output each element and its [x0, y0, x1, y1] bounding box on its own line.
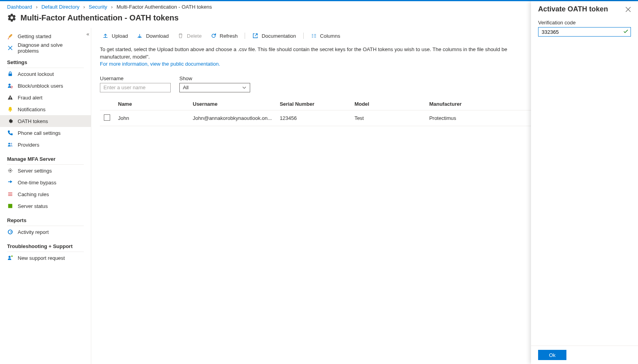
- sidebar-item-label: Getting started: [18, 33, 51, 39]
- toolbar-label: Columns: [320, 33, 340, 39]
- phone-icon: [7, 130, 13, 136]
- show-filter-label: Show: [179, 75, 250, 81]
- alert-icon: [7, 94, 13, 101]
- sidebar-heading-settings: Settings: [0, 54, 91, 68]
- table-header-serial[interactable]: Serial Number: [276, 98, 350, 110]
- status-icon: [7, 203, 13, 209]
- sidebar-item-caching-rules[interactable]: Caching rules: [0, 188, 91, 200]
- svg-point-14: [9, 256, 11, 258]
- activity-icon: [7, 229, 13, 235]
- breadcrumb-directory[interactable]: Default Directory: [41, 4, 79, 10]
- svg-point-8: [10, 143, 12, 144]
- sidebar-heading-support: Troubleshooting + Support: [0, 238, 91, 252]
- svg-rect-4: [10, 97, 11, 98]
- row-checkbox[interactable]: [104, 114, 110, 121]
- upload-button[interactable]: Upload: [98, 30, 132, 42]
- upload-icon: [102, 33, 109, 39]
- collapse-sidebar-button[interactable]: «: [87, 31, 89, 37]
- sidebar-item-diagnose[interactable]: Diagnose and solve problems: [0, 42, 91, 54]
- panel-title: Activate OATH token: [538, 5, 608, 13]
- breadcrumb-dashboard[interactable]: Dashboard: [7, 4, 32, 10]
- delete-button: Delete: [173, 30, 206, 42]
- download-button[interactable]: Download: [133, 30, 173, 42]
- sidebar-item-notifications[interactable]: Notifications: [0, 103, 91, 115]
- sidebar-item-label: Server status: [18, 203, 48, 209]
- external-link-icon: [252, 33, 258, 39]
- username-filter-label: Username: [100, 75, 171, 81]
- svg-rect-0: [9, 74, 12, 76]
- svg-point-9: [9, 170, 11, 171]
- toolbar-label: Delete: [187, 33, 202, 39]
- refresh-button[interactable]: Refresh: [207, 30, 242, 42]
- table-header-username[interactable]: Username: [189, 98, 276, 110]
- diagnose-icon: [7, 45, 13, 51]
- svg-point-1: [9, 84, 11, 86]
- sidebar-item-account-lockout[interactable]: Account lockout: [0, 68, 91, 80]
- toolbar-separator: [245, 33, 245, 39]
- chevron-right-icon: ›: [111, 4, 112, 10]
- page-title: Multi-Factor Authentication - OATH token…: [20, 13, 179, 22]
- breadcrumb-security[interactable]: Security: [89, 4, 107, 10]
- sidebar-item-label: Notifications: [18, 107, 46, 112]
- show-filter-value: All: [183, 85, 188, 90]
- sidebar-item-oath-tokens[interactable]: OATH tokens: [0, 115, 91, 127]
- svg-rect-13: [8, 204, 13, 208]
- table-header-name[interactable]: Name: [114, 98, 189, 110]
- sidebar-item-label: Server settings: [18, 168, 52, 174]
- rocket-icon: [7, 33, 13, 39]
- support-icon: [7, 255, 13, 261]
- sidebar-item-fraud-alert[interactable]: Fraud alert: [0, 92, 91, 103]
- sidebar-item-label: Fraud alert: [18, 95, 42, 101]
- verification-code-label: Verification code: [538, 20, 631, 26]
- bypass-icon: [7, 179, 13, 186]
- gear-icon: [7, 13, 17, 22]
- verification-code-input[interactable]: [538, 27, 631, 37]
- svg-point-7: [8, 143, 10, 144]
- gear-icon: [7, 118, 13, 124]
- gear-icon: [7, 167, 13, 174]
- close-icon[interactable]: [625, 7, 631, 12]
- sidebar-item-new-support[interactable]: New support request: [0, 252, 91, 264]
- checkmark-icon: [623, 29, 629, 34]
- sidebar-item-one-time-bypass[interactable]: One-time bypass: [0, 176, 91, 188]
- sidebar-item-phone-call[interactable]: Phone call settings: [0, 127, 91, 139]
- sidebar-item-getting-started[interactable]: Getting started: [0, 30, 91, 42]
- breadcrumb-current: Multi-Factor Authentication - OATH token…: [116, 4, 212, 10]
- sidebar-item-label: One-time bypass: [18, 180, 56, 186]
- username-filter-input[interactable]: [100, 83, 171, 92]
- sidebar-item-label: Account lockout: [18, 71, 54, 77]
- cache-icon: [7, 191, 13, 197]
- delete-icon: [177, 33, 184, 39]
- sidebar-item-label: Phone call settings: [18, 130, 61, 136]
- sidebar-item-server-settings[interactable]: Server settings: [0, 165, 91, 176]
- cell-serial: 123456: [276, 110, 350, 126]
- sidebar: « Getting started Diagnose and solve pro…: [0, 28, 91, 364]
- ok-button[interactable]: Ok: [538, 350, 566, 360]
- providers-icon: [7, 142, 13, 148]
- sidebar-item-server-status[interactable]: Server status: [0, 200, 91, 212]
- chevron-down-icon: [242, 85, 247, 90]
- activate-token-panel: Activate OATH token Verification code Ok: [531, 1, 638, 364]
- documentation-button[interactable]: Documentation: [248, 30, 300, 42]
- info-text: To get started, select the Upload button…: [100, 46, 513, 61]
- sidebar-item-activity-report[interactable]: Activity report: [0, 226, 91, 238]
- columns-icon: [311, 33, 317, 39]
- show-filter-select[interactable]: All: [179, 83, 250, 92]
- sidebar-item-label: Activity report: [18, 229, 49, 235]
- sidebar-item-label: Diagnose and solve problems: [18, 42, 84, 54]
- refresh-icon: [210, 33, 217, 39]
- cell-username: John@annakorobkynaoutlook.on...: [189, 110, 276, 126]
- columns-button[interactable]: Columns: [307, 30, 344, 42]
- toolbar-label: Refresh: [220, 33, 238, 39]
- cell-model: Test: [350, 110, 425, 126]
- svg-rect-5: [10, 99, 11, 99]
- sidebar-item-label: Block/unblock users: [18, 83, 63, 89]
- cell-name: John: [114, 110, 189, 126]
- toolbar-label: Documentation: [262, 33, 296, 39]
- block-icon: [7, 83, 13, 89]
- sidebar-heading-mfa: Manage MFA Server: [0, 151, 91, 164]
- table-header-model[interactable]: Model: [350, 98, 425, 110]
- sidebar-item-providers[interactable]: Providers: [0, 139, 91, 151]
- download-icon: [136, 33, 143, 39]
- sidebar-item-block-unblock[interactable]: Block/unblock users: [0, 80, 91, 92]
